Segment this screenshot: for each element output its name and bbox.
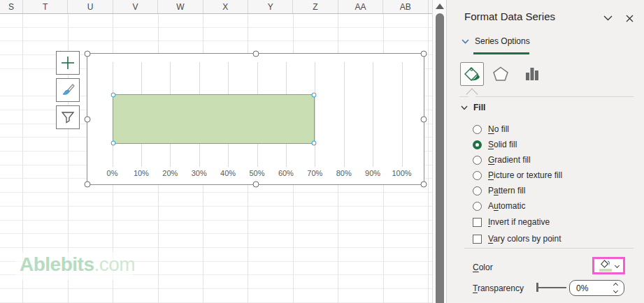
series-options-underline xyxy=(473,52,529,54)
chart-filters-button[interactable] xyxy=(56,105,80,129)
scrollbar-thumb[interactable] xyxy=(436,13,444,303)
radio-gradient-fill[interactable]: Gradient fill xyxy=(473,152,637,168)
column-headers[interactable]: STUVWXYZAAAB xyxy=(0,0,432,14)
transparency-value: 0% xyxy=(570,283,614,293)
selection-handle[interactable] xyxy=(85,182,91,188)
radio-control[interactable] xyxy=(473,125,482,134)
axis-tick-label: 60% xyxy=(271,169,301,177)
selection-handle[interactable] xyxy=(85,116,91,122)
excel-window: STUVWXYZAAAB Ablebits.com xyxy=(0,0,644,303)
checkbox-invert-if-negative[interactable]: Invert if negative xyxy=(473,214,637,230)
selection-handle[interactable] xyxy=(252,182,259,188)
chevron-down-icon xyxy=(461,105,468,110)
column-header-W[interactable]: W xyxy=(158,0,203,13)
spinner-down-icon[interactable] xyxy=(613,288,618,293)
divider xyxy=(459,96,634,97)
column-header-T[interactable]: T xyxy=(23,0,68,13)
chart-gridline xyxy=(402,62,403,167)
option-label: Pattern fill xyxy=(488,186,525,195)
axis-tick-label: 70% xyxy=(300,169,329,177)
radio-picture-or-texture-fill[interactable]: Picture or texture fill xyxy=(473,168,637,183)
axis-tick-label: 50% xyxy=(243,169,272,177)
transparency-input[interactable]: 0% xyxy=(569,280,624,296)
radio-control[interactable] xyxy=(473,186,482,195)
tab-series-options[interactable] xyxy=(520,62,544,86)
checkbox-vary-colors-by-point[interactable]: Vary colors by point xyxy=(473,230,637,247)
option-label: Vary colors by point xyxy=(488,234,561,244)
chart-gridline xyxy=(315,62,315,167)
column-chart-icon xyxy=(523,65,541,83)
selection-handle[interactable] xyxy=(421,182,427,188)
transparency-slider-handle[interactable] xyxy=(536,283,538,292)
radio-solid-fill[interactable]: Solid fill xyxy=(473,137,637,152)
fill-section-label: Fill xyxy=(473,103,485,112)
axis-tick-label: 40% xyxy=(213,169,243,177)
transparency-slider[interactable] xyxy=(538,287,566,288)
point-handle[interactable] xyxy=(312,141,317,146)
point-handle[interactable] xyxy=(110,93,115,98)
series-options-label: Series Options xyxy=(475,36,530,46)
radio-control[interactable] xyxy=(473,171,482,180)
color-swatch xyxy=(599,269,612,272)
data-series-bar[interactable] xyxy=(113,94,315,144)
watermark-suffix: .com xyxy=(94,253,135,275)
selected-tab-notch xyxy=(466,89,478,101)
divider xyxy=(464,248,634,249)
radio-automatic[interactable]: Automatic xyxy=(473,198,637,214)
brush-icon xyxy=(60,82,76,98)
option-label: Picture or texture fill xyxy=(488,170,562,180)
tab-effects[interactable] xyxy=(489,62,513,86)
radio-no-fill[interactable]: No fill xyxy=(473,121,637,137)
selection-handle[interactable] xyxy=(421,51,427,57)
worksheet-scrollbar[interactable] xyxy=(432,0,446,303)
column-header-AB[interactable]: AB xyxy=(383,0,428,13)
color-picker-highlight xyxy=(592,257,625,274)
selection-handle[interactable] xyxy=(252,51,259,57)
worksheet[interactable]: STUVWXYZAAAB Ablebits.com xyxy=(0,0,432,303)
column-header-V[interactable]: V xyxy=(113,0,158,13)
fill-section-header[interactable]: Fill xyxy=(461,103,485,112)
column-header-Z[interactable]: Z xyxy=(293,0,338,13)
checkbox-control[interactable] xyxy=(473,218,482,227)
column-header-Y[interactable]: Y xyxy=(248,0,293,13)
column-header-X[interactable]: X xyxy=(203,0,248,13)
spinner-up-icon[interactable] xyxy=(613,283,618,288)
chart-gridline xyxy=(344,62,345,167)
chart-styles-button[interactable] xyxy=(56,78,80,102)
column-header-U[interactable]: U xyxy=(68,0,113,13)
tab-fill-and-line[interactable] xyxy=(460,62,484,86)
pane-collapse-button[interactable] xyxy=(600,10,615,26)
chart-gridline xyxy=(373,62,373,167)
column-header-S[interactable]: S xyxy=(0,0,23,13)
radio-control[interactable] xyxy=(473,140,482,149)
chart-elements-button[interactable] xyxy=(56,51,80,75)
axis-tick-label: 10% xyxy=(127,169,156,177)
transparency-label: Transparency xyxy=(473,283,524,293)
series-options-header[interactable]: Series Options xyxy=(461,36,530,46)
point-handle[interactable] xyxy=(312,93,317,98)
checkbox-control[interactable] xyxy=(473,235,482,244)
watermark-text: Ablebits xyxy=(20,253,94,275)
radio-pattern-fill[interactable]: Pattern fill xyxy=(473,183,637,198)
fill-bucket-icon xyxy=(463,65,481,83)
pane-close-button[interactable] xyxy=(622,10,637,26)
color-picker-button[interactable] xyxy=(599,260,619,272)
column-header-AA[interactable]: AA xyxy=(338,0,383,13)
axis-tick-label: 80% xyxy=(329,169,359,177)
radio-control[interactable] xyxy=(473,156,482,165)
axis-tick-label: 20% xyxy=(155,169,185,177)
chart[interactable]: 0%10%20%30%40%50%60%70%80%90%100% xyxy=(87,53,424,185)
color-label: Color xyxy=(473,263,493,272)
fill-options: No fillSolid fillGradient fillPicture or… xyxy=(473,121,637,247)
axis-tick-label: 100% xyxy=(387,169,417,177)
option-label: Automatic xyxy=(488,201,525,211)
scroll-up-icon[interactable] xyxy=(436,3,444,9)
selection-handle[interactable] xyxy=(85,51,91,57)
format-pane: Format Data Series Series Options xyxy=(446,0,644,303)
axis-tick-label: 0% xyxy=(98,169,127,177)
funnel-icon xyxy=(60,110,76,125)
axis-tick-label: 90% xyxy=(358,169,387,177)
point-handle[interactable] xyxy=(110,141,115,146)
selection-handle[interactable] xyxy=(421,116,427,122)
radio-control[interactable] xyxy=(473,202,482,211)
